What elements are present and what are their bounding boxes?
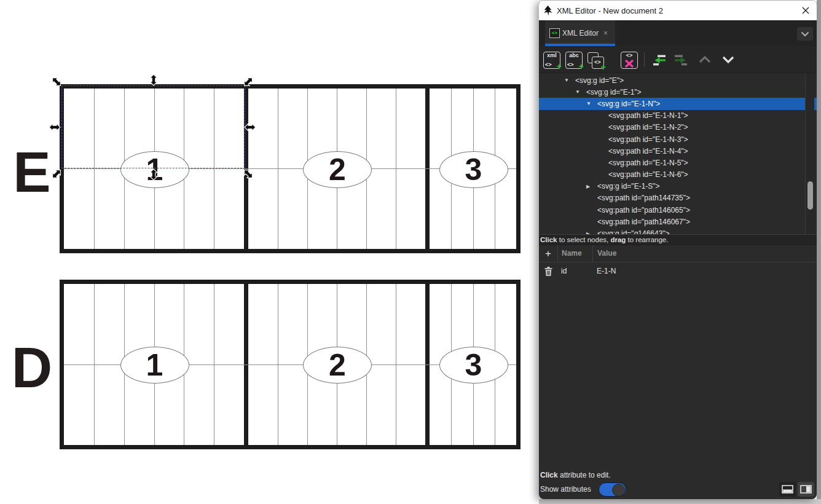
dialog-close-icon[interactable] (801, 6, 811, 15)
backdrop-right (817, 0, 821, 504)
hint-text: to rearrange. (626, 236, 668, 243)
xml-node-label: <svg:path id="E-1-N-4"> (608, 147, 688, 156)
new-element-node-icon: xml <> + (543, 52, 560, 69)
layout-horizontal-button[interactable] (779, 482, 796, 497)
xml-node-label: <svg:path id="E-1-N-3"> (608, 135, 688, 144)
column-line (396, 284, 396, 445)
new-element-node-button[interactable]: xml <> + (543, 52, 560, 69)
unindent-node-button[interactable] (652, 54, 669, 71)
xml-node-tree[interactable]: ▼<svg:g id="E">▼<svg:g id="E-1">▼<svg:g … (539, 73, 817, 234)
column-line (214, 284, 214, 445)
xml-node-label: <svg:g id="E"> (575, 76, 624, 85)
section-number-label: 3 (465, 350, 482, 380)
section-ellipse-D-1[interactable]: 1 (120, 347, 189, 384)
xml-toolbar: xml <> + abc <> + <> + <> (539, 46, 817, 73)
xml-tree-node[interactable]: <svg:path id="E-1-N-6"> (539, 169, 817, 181)
xml-editor-dialog: XML Editor - New document 2 <> XML Edito… (539, 0, 817, 499)
xml-node-label: <svg:g id="E-1-N"> (597, 100, 660, 108)
xml-node-label: <svg:path id="path144735"> (597, 194, 690, 202)
tree-scrollbar-thumb[interactable] (807, 181, 813, 210)
unindent-node-icon (652, 54, 667, 66)
xml-node-label: <svg:path id="E-1-N-1"> (608, 111, 688, 120)
toolbar-separator (644, 52, 645, 67)
dialog-titlebar[interactable]: XML Editor - New document 2 (539, 0, 817, 20)
expander-open-icon[interactable]: ▼ (564, 77, 575, 83)
attr-name-header: Name (557, 245, 592, 262)
show-attributes-label: Show attributes (540, 485, 591, 494)
scale-handle-w[interactable] (48, 120, 61, 134)
xml-tree-node[interactable]: ▶<svg:g id="g146643"> (539, 227, 817, 234)
xml-tree-node[interactable]: <svg:path id="path146065"> (539, 204, 817, 216)
duplicate-node-button[interactable]: <> + (587, 52, 604, 69)
attribute-edit-hint: Click attribute to edit. (540, 471, 611, 479)
column-line (396, 89, 396, 249)
scale-handle-s[interactable] (147, 168, 160, 181)
backdrop-bottom (539, 499, 821, 504)
xml-node-label: <svg:path id="E-1-N-5"> (608, 159, 688, 167)
panel-layout-buttons (779, 482, 814, 497)
xml-node-label: <svg:g id="E-1-S"> (597, 182, 660, 191)
xml-tab-icon: <> (549, 28, 560, 38)
section-ellipse-E-3[interactable]: 3 (439, 151, 508, 188)
xml-tree-node[interactable]: ▼<svg:g id="E"> (539, 74, 817, 86)
tabbar-menu-button[interactable] (797, 27, 813, 41)
section-number-label: 2 (329, 350, 346, 380)
hint-text: attribute to edit. (558, 471, 611, 479)
inkscape-logo-icon (543, 6, 553, 16)
move-node-down-button[interactable] (721, 54, 738, 71)
scale-handle-n[interactable] (147, 73, 160, 87)
layout-vertical-button[interactable] (798, 482, 814, 497)
attribute-name[interactable]: id (557, 267, 592, 275)
section-ellipse-D-2[interactable]: 2 (303, 347, 372, 384)
delete-node-button[interactable]: <> (621, 52, 638, 69)
xml-node-label: <svg:g id="g146643"> (597, 229, 670, 234)
scale-handle-e[interactable] (243, 120, 257, 134)
section-ellipse-D-3[interactable]: 3 (439, 347, 508, 384)
xml-node-label: <svg:path id="E-1-N-2"> (608, 123, 688, 132)
attribute-row[interactable]: idE-1-N (539, 262, 817, 280)
chevron-up-icon (697, 54, 712, 65)
chevron-down-icon (801, 31, 809, 37)
tab-label: XML Editor (562, 29, 599, 37)
dialog-title: XML Editor - New document 2 (557, 6, 663, 15)
xml-tree-node[interactable]: ▶<svg:g id="E-1-S"> (539, 181, 817, 192)
xml-tree-node[interactable]: <svg:path id="E-1-N-4"> (539, 145, 817, 157)
xml-tree-node[interactable]: <svg:path id="E-1-N-1"> (539, 110, 817, 122)
show-attributes-row: Show attributes (540, 481, 626, 497)
xml-tree-node[interactable]: <svg:path id="path146067"> (539, 216, 817, 227)
tab-xml-editor[interactable]: <> XML Editor × (545, 20, 615, 46)
xml-tree-node[interactable]: <svg:path id="E-1-N-5"> (539, 157, 817, 168)
drawing-canvas[interactable]: 123E123D (0, 0, 539, 504)
row-letter-D[interactable]: D (7, 339, 57, 396)
xml-tree-node[interactable]: <svg:path id="E-1-N-3"> (539, 133, 817, 145)
toggle-knob (612, 484, 625, 497)
xml-tree-node[interactable]: ▼<svg:g id="E-1"> (539, 86, 817, 98)
new-text-node-icon: abc <> + (565, 52, 583, 69)
indent-node-button[interactable] (674, 54, 691, 71)
section-number-label: 2 (329, 154, 346, 185)
xml-node-label: <svg:path id="E-1-N-6"> (608, 170, 688, 179)
selection-bounding-box[interactable] (61, 85, 245, 168)
section-number-label: 3 (465, 154, 482, 185)
new-text-node-button[interactable]: abc <> + (565, 52, 583, 69)
hint-bold-word: Click (540, 471, 558, 479)
expander-closed-icon[interactable]: ▶ (586, 184, 597, 189)
attribute-value[interactable]: E-1-N (592, 267, 817, 275)
attr-value-header: Value (592, 245, 817, 262)
tree-scrollbar-track[interactable] (805, 73, 814, 234)
delete-attribute-button[interactable] (539, 267, 557, 276)
add-attribute-button[interactable]: + (539, 248, 557, 259)
expander-open-icon[interactable]: ▼ (586, 101, 597, 106)
xml-tree-node[interactable]: ▼<svg:g id="E-1-N"> (539, 98, 817, 109)
column-line (278, 89, 278, 249)
show-attributes-toggle[interactable] (599, 482, 626, 497)
hint-bold-word: drag (610, 236, 626, 243)
expander-open-icon[interactable]: ▼ (575, 89, 586, 95)
xml-tree-node[interactable]: <svg:path id="path144735"> (539, 192, 817, 204)
section-ellipse-E-2[interactable]: 2 (303, 151, 372, 188)
xml-node-label: <svg:path id="path146065"> (597, 206, 690, 215)
column-line (94, 284, 95, 445)
tab-close-icon[interactable]: × (603, 29, 608, 37)
move-node-up-button[interactable] (697, 54, 715, 71)
xml-tree-node[interactable]: <svg:path id="E-1-N-2"> (539, 122, 817, 133)
